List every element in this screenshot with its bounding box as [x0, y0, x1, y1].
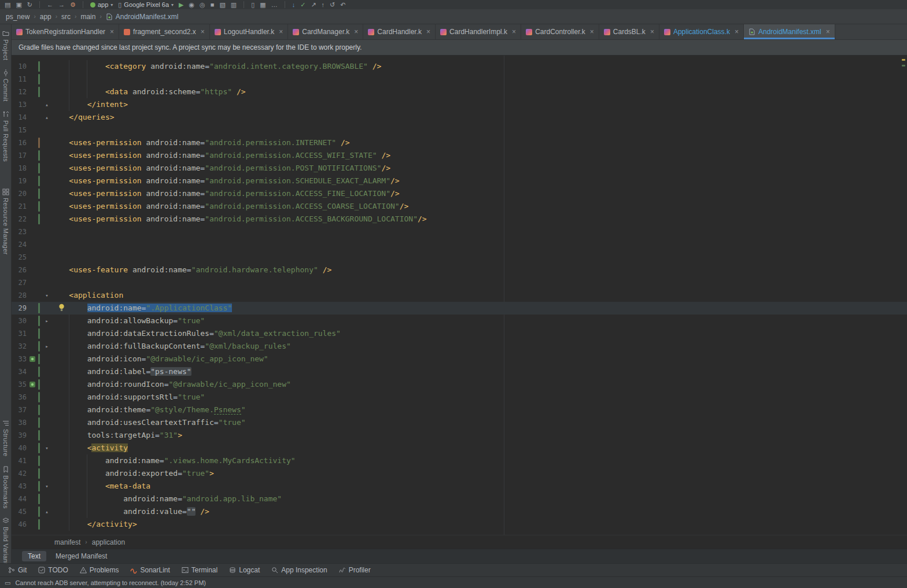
- code-text[interactable]: android:allowBackup="true": [51, 315, 907, 327]
- code-text[interactable]: <uses-permission android:name="android.p…: [51, 200, 907, 213]
- fold-icon[interactable]: ▴: [45, 98, 48, 111]
- close-icon[interactable]: ×: [735, 28, 739, 36]
- line-number[interactable]: 35: [12, 378, 27, 391]
- line-number[interactable]: 14: [12, 111, 27, 124]
- code-text[interactable]: android:theme="@style/Theme.Psnews": [51, 404, 907, 416]
- code-line-40[interactable]: 40▾ <activity: [12, 442, 907, 454]
- xml-breadcrumb-application[interactable]: application: [92, 538, 125, 546]
- fold-icon[interactable]: ▴: [45, 505, 48, 518]
- tab-cardcontroller-k[interactable]: CardController.k×: [521, 24, 599, 39]
- code-line-37[interactable]: 37 android:theme="@style/Theme.Psnews": [12, 404, 907, 416]
- close-icon[interactable]: ×: [201, 28, 205, 36]
- code-text[interactable]: <uses-permission android:name="android.p…: [51, 187, 907, 200]
- code-line-27[interactable]: 27: [12, 276, 907, 289]
- build-icon[interactable]: ⚙: [70, 1, 76, 9]
- code-text[interactable]: </intent>: [51, 98, 907, 111]
- change-stripe-mark[interactable]: [902, 65, 905, 66]
- line-number[interactable]: 27: [12, 276, 27, 289]
- code-line-22[interactable]: 22 <uses-permission android:name="androi…: [12, 213, 907, 225]
- push-all-icon[interactable]: ↑: [322, 1, 325, 9]
- toolwindow-button-terminal[interactable]: Terminal: [182, 566, 217, 574]
- line-number[interactable]: 12: [12, 86, 27, 98]
- device-selector[interactable]: ▯ Google Pixel 6a ▾: [118, 1, 174, 9]
- back-icon[interactable]: ←: [47, 1, 53, 9]
- line-number[interactable]: 18: [12, 162, 27, 175]
- device-manager-icon[interactable]: ▯: [251, 1, 255, 9]
- sync-icon[interactable]: ↻: [27, 1, 32, 9]
- code-line-14[interactable]: 14▴ </queries>: [12, 111, 907, 124]
- line-number[interactable]: 26: [12, 264, 27, 276]
- code-text[interactable]: android:exported="true">: [51, 467, 907, 480]
- line-number[interactable]: 46: [12, 518, 27, 531]
- line-number[interactable]: 30: [12, 315, 27, 327]
- close-icon[interactable]: ×: [590, 28, 594, 36]
- line-number[interactable]: 29: [12, 302, 27, 315]
- code-text[interactable]: android:value="" />: [51, 505, 907, 518]
- code-line-25[interactable]: 25: [12, 251, 907, 264]
- code-line-36[interactable]: 36 android:supportsRtl="true": [12, 391, 907, 404]
- more-icon[interactable]: …: [271, 1, 278, 9]
- code-line-43[interactable]: 43▾ <meta-data: [12, 480, 907, 493]
- code-line-31[interactable]: 31 android:dataExtractionRules="@xml/dat…: [12, 327, 907, 340]
- breadcrumb-file[interactable]: AndroidManifest.xml: [106, 13, 179, 21]
- sidebar-item-structure[interactable]: Structure: [2, 420, 9, 456]
- line-number[interactable]: 41: [12, 454, 27, 467]
- code-line-39[interactable]: 39 tools:targetApi="31">: [12, 429, 907, 442]
- forward-icon[interactable]: →: [58, 1, 65, 9]
- sidebar-item-pull-requests[interactable]: Pull Requests: [2, 111, 9, 162]
- code-text[interactable]: </activity>: [51, 518, 907, 531]
- code-text[interactable]: <data android:scheme="https" />: [51, 86, 907, 98]
- open-icon[interactable]: ▤: [5, 1, 10, 9]
- apply-changes-icon[interactable]: ▥: [231, 1, 237, 9]
- code-line-34[interactable]: 34 android:label="ps-news": [12, 365, 907, 378]
- code-text[interactable]: <uses-permission android:name="android.p…: [51, 175, 907, 187]
- drawable-preview-icon[interactable]: [29, 381, 36, 388]
- code-text[interactable]: [51, 73, 907, 86]
- line-number[interactable]: 33: [12, 353, 27, 365]
- fold-icon[interactable]: ▸: [45, 340, 48, 353]
- profiler-icon[interactable]: ▧: [219, 1, 225, 9]
- code-text[interactable]: <uses-permission android:name="android.p…: [51, 162, 907, 175]
- fold-icon[interactable]: ▾: [45, 289, 48, 302]
- code-line-32[interactable]: 32▸ android:fullBackupContent="@xml/back…: [12, 340, 907, 353]
- rollback-icon[interactable]: ↶: [340, 1, 345, 9]
- tab-tokenregistrationhandler[interactable]: TokenRegistrationHandler×: [12, 24, 119, 39]
- code-line-28[interactable]: 28▾ <application: [12, 289, 907, 302]
- code-line-12[interactable]: 12 <data android:scheme="https" />: [12, 86, 907, 98]
- code-text[interactable]: tools:targetApi="31">: [51, 429, 907, 442]
- toolwindow-button-profiler[interactable]: Profiler: [339, 566, 371, 574]
- run-icon[interactable]: ▶: [179, 1, 183, 9]
- code-text[interactable]: [51, 276, 907, 289]
- code-text[interactable]: android:fullBackupContent="@xml/backup_r…: [51, 340, 907, 353]
- code-text[interactable]: android:name="android.app.lib_name": [51, 493, 907, 505]
- line-number[interactable]: 25: [12, 251, 27, 264]
- line-number[interactable]: 40: [12, 442, 27, 454]
- stop-icon[interactable]: ■: [211, 1, 215, 9]
- coverage-icon[interactable]: ◎: [200, 1, 205, 9]
- line-number[interactable]: 28: [12, 289, 27, 302]
- tab-fragment-second2-x[interactable]: fragment_second2.x×: [119, 24, 210, 39]
- fold-icon[interactable]: ▴: [45, 111, 48, 124]
- code-line-30[interactable]: 30▸ android:allowBackup="true": [12, 315, 907, 327]
- line-number[interactable]: 20: [12, 187, 27, 200]
- line-number[interactable]: 17: [12, 149, 27, 162]
- layout-inspector-icon[interactable]: ▦: [260, 1, 266, 9]
- code-text[interactable]: <uses-permission android:name="android.p…: [51, 213, 907, 225]
- save-all-icon[interactable]: ▣: [16, 1, 21, 9]
- line-number[interactable]: 37: [12, 404, 27, 416]
- breadcrumb-item-ps-new[interactable]: ps_new: [6, 13, 30, 21]
- toolwindow-button-app-inspection[interactable]: App Inspection: [271, 566, 327, 574]
- code-line-17[interactable]: 17 <uses-permission android:name="androi…: [12, 149, 907, 162]
- scrollbar-error-stripe[interactable]: [900, 56, 907, 535]
- run-configuration-selector[interactable]: app ▾: [90, 1, 113, 8]
- toolwindow-button-git[interactable]: Git: [8, 566, 27, 574]
- tab-cardmanager-k[interactable]: CardManager.k×: [288, 24, 363, 39]
- code-text[interactable]: android:usesCleartextTraffic="true": [51, 416, 907, 429]
- code-line-26[interactable]: 26 <uses-feature android:name="android.h…: [12, 264, 907, 276]
- toolwindow-button-todo[interactable]: TODO: [38, 566, 68, 574]
- line-number[interactable]: 42: [12, 467, 27, 480]
- code-text[interactable]: <uses-permission android:name="android.p…: [51, 149, 907, 162]
- code-text[interactable]: <meta-data: [51, 480, 907, 493]
- sidebar-item-resource-manager[interactable]: Resource Manager: [2, 188, 9, 254]
- code-text[interactable]: [51, 251, 907, 264]
